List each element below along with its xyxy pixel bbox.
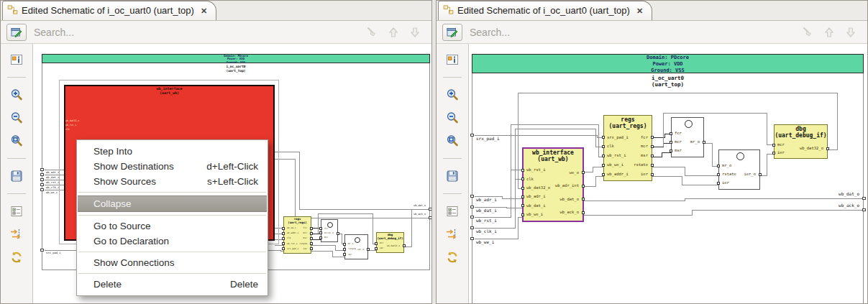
port-pin: [602, 173, 605, 176]
overview-button[interactable]: [443, 51, 462, 68]
trace-button[interactable]: [443, 226, 462, 243]
port-pin: [521, 204, 524, 207]
port-label: ier: [303, 248, 307, 250]
port-column: mr_orstateier: [345, 241, 357, 257]
regs-block[interactable]: regs(uart_regs)wb_we_iwb_addr_iclkwb_rst…: [283, 216, 311, 254]
search-input[interactable]: [468, 26, 794, 39]
zoom-in-button[interactable]: [443, 86, 462, 103]
trace-button[interactable]: [7, 226, 26, 243]
wire: [584, 176, 603, 186]
port-rstate: rstate: [298, 243, 311, 245]
dbg-block[interactable]: dbg(uart_debug_if)mcrierwb_dat32_o: [774, 124, 828, 159]
clear-button[interactable]: [364, 24, 380, 40]
port-ier: ier: [628, 172, 652, 177]
menu-item-go-to-source[interactable]: Go to Source: [78, 218, 267, 234]
port-label: rstate: [348, 248, 356, 250]
menu-item-show-sources[interactable]: Show Sourcess+Left-Click: [78, 174, 267, 189]
search-actions: [800, 24, 859, 40]
tab-bar: Edited Schematic of i_oc_uart0 (uart_top…: [1, 1, 431, 21]
block-title-line: (uart_regs): [284, 221, 311, 225]
gate-block[interactable]: mr_orstateierier_o: [344, 234, 368, 259]
arrow-down-button[interactable]: [843, 24, 859, 40]
port-label: mr_o: [690, 140, 700, 144]
port-mcr: mcr: [775, 143, 801, 147]
menu-item-show-destinations[interactable]: Show Destinationsd+Left-Click: [78, 159, 267, 174]
menu-item-delete[interactable]: DeleteDelete: [78, 277, 267, 292]
edge-port-label: srx_pad_i: [476, 137, 500, 141]
save-button[interactable]: [7, 167, 26, 185]
zoom-out-button[interactable]: [443, 109, 462, 126]
schematic-title: i_oc_uart0(uart_top): [472, 75, 864, 88]
app-window: Edited Schematic of i_oc_uart0 (uart_top…: [0, 0, 868, 304]
zoom-fit-button[interactable]: [7, 132, 26, 149]
toolbar-separator: [443, 158, 462, 159]
port-label: rstate: [634, 163, 648, 167]
port-column: mr_o: [329, 226, 337, 240]
regs-block[interactable]: regs(uart_regs)srx_pad_iclkwb_rst_iwb_we…: [603, 115, 652, 181]
zoom-fit-button[interactable]: [443, 132, 462, 149]
refresh-button[interactable]: [7, 249, 26, 266]
annotate-icon: [9, 25, 24, 40]
wb-interface-block[interactable]: wb_interface(uart_wb)wb_rst_iclkwb_dat32…: [522, 147, 584, 222]
overview-button[interactable]: [7, 51, 26, 68]
port-label: mcr: [675, 140, 682, 144]
arrow-up-button[interactable]: [385, 24, 401, 40]
editor-tab[interactable]: Edited Schematic of i_oc_uart0 (uart_top…: [2, 1, 216, 20]
port-label: mcr: [641, 144, 648, 149]
schematic-label: wb_dat32_o: [65, 120, 79, 122]
port-wb-dat-i: wb_dat_i: [524, 204, 553, 208]
gate-block[interactable]: fcrmcrmsrmr_o: [671, 117, 704, 157]
port-label: wb_we_i: [287, 227, 296, 229]
port-wb-rst-i: wb_rst_i: [524, 168, 553, 172]
port-label: msr: [303, 237, 307, 239]
annotate-button[interactable]: [442, 24, 462, 41]
edge-port-pin: [862, 197, 866, 200]
port-label: wb_rst_i: [526, 168, 546, 172]
gate-block[interactable]: mr_orstateierier_o: [718, 149, 760, 190]
wire: [704, 143, 718, 166]
edge-port-label: wb_clk_i: [46, 186, 59, 189]
menu-item-go-to-declaration[interactable]: Go to Declaration: [78, 234, 267, 249]
options-button[interactable]: [443, 203, 462, 220]
wire: [652, 143, 671, 147]
zoom-in-button[interactable]: [7, 86, 26, 103]
clear-button[interactable]: [800, 24, 816, 40]
dbg-block[interactable]: dbg(uart_debug_if)mcrierwb_dat32_o: [376, 232, 404, 253]
port-pin: [521, 187, 524, 190]
port-pin: [282, 237, 285, 240]
arrow-down-button[interactable]: [407, 24, 423, 40]
menu-item-label: Delete: [93, 279, 122, 290]
schematic-canvas[interactable]: wb_interface(uart_wb)wb_rst_iclkwb_dat32…: [469, 44, 867, 303]
edge-port-label: srx_pad_i: [46, 252, 61, 254]
port-label: wb_dat32_o: [526, 186, 550, 190]
port-wb-addr-i: wb_addr_i: [284, 232, 298, 234]
editor-tab[interactable]: Edited Schematic of i_oc_uart0 (uart_top…: [438, 1, 652, 20]
schematic-toolbar: [437, 44, 469, 303]
port-fcr: fcr: [298, 227, 311, 229]
search-input[interactable]: [32, 26, 358, 39]
port-label: clk: [526, 178, 534, 182]
toolbar-separator: [7, 158, 26, 159]
port-wb-rst-i: wb_rst_i: [284, 243, 298, 245]
menu-item-step-into[interactable]: Step Into: [78, 144, 267, 159]
port-pin: [310, 227, 313, 230]
port-wb-dat32-o: wb_dat32_o: [801, 147, 828, 151]
menu-item-collapse[interactable]: Collapse: [78, 195, 267, 212]
annotate-button[interactable]: [6, 24, 27, 41]
port-label: msr: [641, 154, 648, 158]
port-label: wb_dat_o: [560, 198, 580, 202]
edge-port-pin: [862, 208, 866, 211]
tab-close-icon[interactable]: ✕: [636, 6, 643, 16]
gate-block[interactable]: fcrmcrmsrmr_o: [321, 219, 338, 242]
arrow-up-button[interactable]: [821, 24, 837, 40]
toolbar-separator: [7, 77, 26, 78]
panel-body: wb_interface(uart_wb)wb_rst_iclkwb_dat32…: [437, 44, 867, 303]
save-button[interactable]: [443, 167, 462, 185]
port-pin: [521, 169, 524, 172]
edge-port-label: wb_dat_o: [383, 205, 426, 208]
tab-close-icon[interactable]: ✕: [201, 6, 207, 16]
options-button[interactable]: [7, 203, 26, 220]
refresh-button[interactable]: [443, 249, 462, 266]
zoom-out-button[interactable]: [7, 109, 26, 126]
menu-item-show-connections[interactable]: Show Connections: [78, 255, 267, 270]
